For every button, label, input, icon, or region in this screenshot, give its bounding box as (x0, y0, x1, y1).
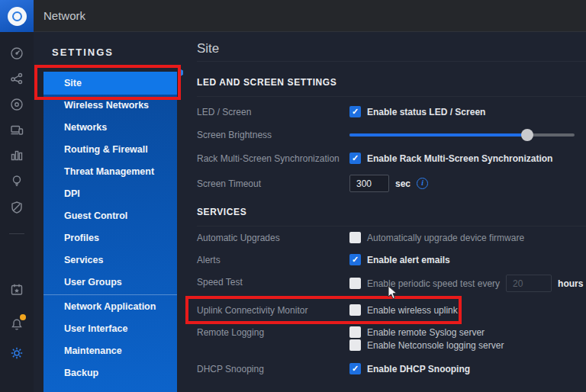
sidebar-item-user-interface[interactable]: User Interface (43, 318, 177, 340)
devices-icon[interactable] (9, 97, 24, 112)
enable-alert-emails-checkbox[interactable] (349, 254, 361, 265)
enable-dhcp-snooping-checkbox[interactable] (349, 363, 361, 374)
checkbox-label: Enable alert emails (367, 255, 450, 265)
remote-syslog-row: Enable remote Syslog server (349, 326, 485, 338)
threat-management-icon[interactable] (9, 200, 24, 215)
main-content: Site LED AND SCREEN SETTINGS LED / Scree… (183, 32, 586, 392)
enable-rack-sync-checkbox[interactable] (349, 153, 361, 164)
rail-divider (9, 233, 24, 234)
row-label-screen-brightness: Screen Brightness (197, 130, 272, 140)
uplink-connectivity-monitor-row: Enable wireless uplink (349, 304, 458, 316)
title-divider (197, 61, 586, 62)
slider-thumb[interactable] (521, 129, 533, 141)
row-label-uplink-monitor: Uplink Connectivity Monitor (197, 305, 307, 316)
info-icon[interactable]: i (417, 178, 428, 189)
checkbox-label: Enable Netconsole logging server (367, 340, 504, 351)
sidebar-item-user-groups[interactable]: User Groups (43, 272, 177, 294)
alerts-row: Enable alert emails (349, 254, 450, 265)
enable-netconsole-checkbox[interactable] (349, 339, 361, 351)
page-title: Site (197, 41, 219, 56)
checkbox-label: Enable remote Syslog server (367, 327, 485, 338)
row-label-automatic-upgrades: Automatic Upgrades (197, 233, 280, 243)
speed-test-row: Enable periodic speed test every hours i (349, 275, 586, 292)
sidebar-header: SETTINGS (52, 47, 114, 58)
top-bar: Network (0, 0, 586, 32)
dashboard-icon[interactable] (9, 46, 24, 61)
row-label-screen-timeout: Screen Timeout (197, 178, 261, 189)
unifi-network-settings-screen: Network (0, 0, 586, 392)
sidebar-item-networks[interactable]: Networks (43, 117, 177, 139)
checkbox-label: Enable wireless uplink (367, 305, 458, 316)
sidebar-item-site[interactable]: Site (43, 72, 177, 95)
row-label-rack-sync: Rack Multi-Screen Synchronization (197, 153, 340, 164)
sidebar-item-dpi[interactable]: DPI (43, 183, 177, 205)
sidebar-item-guest-control[interactable]: Guest Control (43, 205, 177, 227)
row-label-alerts: Alerts (197, 255, 221, 265)
sidebar-item-routing-firewall[interactable]: Routing & Firewall (43, 139, 177, 161)
section-title-services: SERVICES (197, 207, 246, 217)
speed-test-interval-input[interactable] (506, 275, 552, 292)
alerts-icon[interactable] (9, 316, 24, 332)
section-title-led-screen: LED AND SCREEN SETTINGS (197, 77, 336, 88)
screen-brightness-slider[interactable] (349, 129, 575, 141)
insights-icon[interactable] (9, 173, 24, 188)
section-divider (197, 226, 586, 227)
unifi-logo[interactable] (0, 0, 34, 32)
clients-icon[interactable] (9, 122, 24, 137)
sidebar-item-wireless-networks[interactable]: Wireless Networks (43, 95, 177, 117)
settings-sidebar: SETTINGS Site Wireless Networks Networks… (34, 32, 183, 392)
checkbox-label: Enable periodic speed test every (367, 278, 500, 289)
row-label-remote-logging: Remote Logging (197, 327, 264, 338)
settings-icon[interactable] (9, 345, 24, 361)
checkbox-label: Enable Rack Multi-Screen Synchronization (367, 153, 552, 164)
periodic-speed-test-checkbox[interactable] (349, 278, 361, 289)
checkbox-label: Enable DHCP Snooping (367, 364, 470, 374)
section-divider (197, 96, 586, 97)
row-label-speed-test: Speed Test (197, 277, 243, 288)
checkbox-label: Enable status LED / Screen (367, 107, 485, 117)
netconsole-logging-row: Enable Netconsole logging server (349, 339, 504, 351)
alert-badge (20, 314, 26, 320)
led-screen-row: Enable status LED / Screen (349, 106, 485, 117)
topology-icon[interactable] (9, 71, 24, 86)
checkbox-label: Automatically upgrade device firmware (367, 233, 524, 243)
dhcp-snooping-row: Enable DHCP Snooping (349, 363, 470, 374)
events-icon[interactable] (9, 282, 24, 297)
screen-timeout-input[interactable] (349, 175, 389, 192)
screen-timeout-row: sec i (349, 175, 428, 192)
icon-rail (0, 32, 34, 392)
speed-test-unit: hours (558, 278, 583, 289)
automatic-upgrades-row: Automatically upgrade device firmware (349, 232, 524, 243)
sidebar-item-backup[interactable]: Backup (43, 362, 177, 384)
app-title: Network (43, 9, 85, 22)
statistics-icon[interactable] (9, 147, 24, 162)
settings-menu: Site Wireless Networks Networks Routing … (43, 72, 177, 392)
enable-wireless-uplink-checkbox[interactable] (349, 304, 361, 316)
sidebar-item-profiles[interactable]: Profiles (43, 227, 177, 249)
auto-upgrade-checkbox[interactable] (349, 232, 361, 243)
sidebar-item-services[interactable]: Services (43, 249, 177, 272)
menu-divider (43, 294, 177, 295)
slider-fill (349, 133, 527, 137)
row-label-led-screen: LED / Screen (197, 107, 251, 117)
unifi-logo-icon (8, 7, 27, 26)
sidebar-item-threat-management[interactable]: Threat Management (43, 161, 177, 183)
row-label-dhcp-snooping: DHCP Snooping (197, 364, 264, 374)
enable-status-led-checkbox[interactable] (349, 106, 361, 117)
enable-remote-syslog-checkbox[interactable] (349, 326, 361, 338)
sidebar-item-maintenance[interactable]: Maintenance (43, 340, 177, 362)
rack-sync-row: Enable Rack Multi-Screen Synchronization (349, 153, 552, 164)
screen-timeout-unit: sec (395, 178, 411, 189)
sidebar-item-network-application[interactable]: Network Application (43, 296, 177, 318)
